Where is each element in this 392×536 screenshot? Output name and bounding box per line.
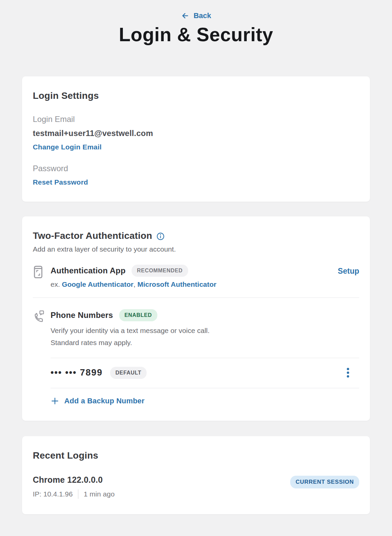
default-badge: DEFAULT (110, 367, 147, 379)
login-settings-card: Login Settings Login Email testmail+user… (22, 76, 370, 202)
add-backup-number-button[interactable]: Add a Backup Number (51, 397, 359, 405)
enabled-badge: ENABLED (119, 309, 157, 321)
change-login-email-link[interactable]: Change Login Email (33, 143, 101, 151)
recent-logins-title: Recent Logins (33, 450, 359, 461)
login-email-value: testmail+user11@vestwell.com (33, 129, 359, 138)
back-arrow-icon (181, 11, 189, 20)
row-divider (51, 388, 359, 388)
google-authenticator-link[interactable]: Google Authenticator (62, 280, 134, 288)
login-settings-title: Login Settings (33, 90, 359, 101)
phone-options-kebab-menu[interactable] (345, 366, 350, 379)
two-factor-card: Two-Factor Authentication Add an extra l… (22, 216, 370, 421)
meta-separator (78, 489, 78, 499)
login-email-label: Login Email (33, 115, 359, 124)
password-label: Password (33, 164, 359, 173)
login-security-page: Back Login & Security Login Settings Log… (0, 0, 392, 514)
authenticator-examples: ex. Google Authenticator, Microsoft Auth… (51, 280, 359, 288)
masked-phone-number: ••• ••• 7899 (51, 367, 103, 378)
phone-numbers-title: Phone Numbers (51, 311, 113, 320)
session-browser: Chrome 122.0.0.0 (33, 475, 114, 485)
recent-logins-card: Recent Logins Chrome 122.0.0.0 IP: 10.4.… (22, 436, 370, 514)
kebab-dot (347, 372, 349, 374)
authentication-app-title: Authentication App (51, 266, 126, 275)
phone-sms-icon (33, 310, 45, 323)
back-label: Back (193, 11, 211, 20)
saved-phone-number-row: ••• ••• 7899 DEFAULT (51, 366, 359, 379)
smartphone-icon (33, 265, 44, 279)
recommended-badge: RECOMMENDED (132, 265, 188, 277)
page-title: Login & Security (0, 23, 392, 46)
session-time: 1 min ago (84, 490, 114, 498)
row-divider (33, 297, 359, 298)
microsoft-authenticator-link[interactable]: Microsoft Authenticator (137, 280, 216, 288)
phone-numbers-row: Phone Numbers ENABLED Verify your identi… (33, 309, 359, 349)
session-ip: IP: 10.4.1.96 (33, 490, 73, 498)
two-factor-subtitle: Add an extra layer of security to your a… (33, 245, 359, 253)
kebab-dot (347, 368, 349, 370)
authentication-app-row: Authentication App RECOMMENDED Setup ex.… (33, 265, 359, 288)
setup-link[interactable]: Setup (338, 266, 359, 276)
examples-separator: , (134, 280, 136, 288)
examples-prefix: ex. (51, 280, 60, 288)
phone-description-line1: Verify your identity via a text message … (51, 325, 359, 337)
plus-icon (51, 397, 59, 405)
info-icon[interactable] (156, 232, 165, 241)
session-row: Chrome 122.0.0.0 IP: 10.4.1.96 1 min ago… (33, 475, 359, 499)
back-button[interactable]: Back (0, 11, 392, 20)
phone-description-line2: Standard rates may apply. (51, 337, 359, 349)
kebab-dot (347, 375, 349, 378)
row-divider (51, 358, 359, 358)
current-session-badge: CURRENT SESSION (290, 476, 359, 488)
reset-password-link[interactable]: Reset Password (33, 178, 88, 186)
add-backup-number-label: Add a Backup Number (64, 397, 145, 405)
two-factor-title: Two-Factor Authentication (33, 230, 152, 241)
phone-description: Verify your identity via a text message … (51, 325, 359, 349)
